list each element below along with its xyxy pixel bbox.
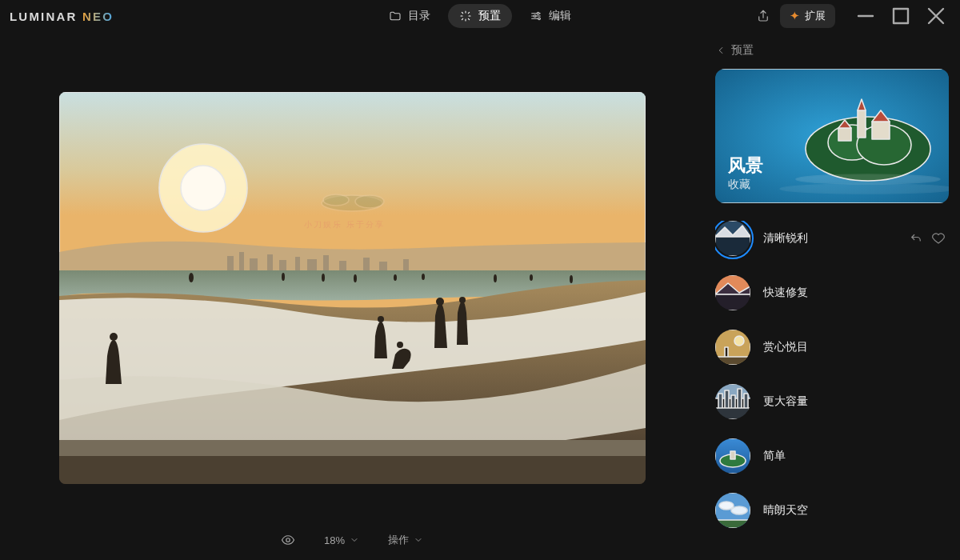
nav-presets[interactable]: 预置 (448, 4, 512, 28)
svg-point-38 (286, 538, 290, 542)
share-icon[interactable] (756, 9, 770, 23)
svg-point-6 (181, 166, 226, 210)
svg-point-25 (459, 297, 466, 303)
puzzle-icon: ✦ (790, 9, 800, 23)
hero-subtitle: 收藏 (728, 178, 763, 192)
preset-hero[interactable]: 风景 收藏 (715, 69, 949, 203)
svg-point-49 (796, 174, 940, 184)
svg-point-27 (282, 273, 285, 281)
svg-rect-10 (267, 254, 273, 270)
window-maximize[interactable] (886, 5, 915, 27)
svg-rect-12 (295, 257, 300, 270)
preset-name: 清晰锐利 (763, 231, 896, 246)
svg-point-2 (538, 18, 541, 20)
svg-rect-60 (715, 357, 750, 365)
image-canvas[interactable] (59, 92, 646, 484)
svg-point-73 (731, 506, 747, 514)
svg-rect-56 (715, 294, 750, 310)
viewer: 小刀娱乐 乐于分享 18% 操作 (0, 32, 704, 560)
svg-point-32 (494, 274, 497, 282)
preset-list: 清晰锐利快速修复赏心悦目更大容量简单晴朗天空 (715, 221, 949, 560)
viewer-footer: 18% 操作 (24, 520, 680, 560)
nav-edit[interactable]: 编辑 (518, 4, 582, 28)
window-close[interactable] (922, 5, 950, 27)
svg-point-30 (394, 274, 397, 281)
svg-rect-11 (279, 260, 286, 270)
preset-thumb (715, 493, 750, 528)
preset-item[interactable]: 快速修复 (715, 275, 946, 310)
svg-point-33 (530, 274, 533, 281)
visibility-toggle[interactable] (281, 533, 295, 547)
svg-rect-70 (730, 451, 735, 459)
svg-rect-20 (59, 440, 646, 456)
extensions-button[interactable]: ✦ 扩展 (780, 4, 835, 28)
svg-rect-14 (323, 255, 329, 270)
svg-rect-65 (738, 389, 742, 410)
svg-point-21 (110, 333, 118, 341)
hero-title: 风景 (728, 154, 763, 178)
extensions-label: 扩展 (805, 9, 826, 23)
chevron-left-icon (715, 45, 726, 56)
preset-name: 简单 (763, 449, 946, 463)
svg-rect-7 (227, 256, 234, 270)
svg-point-1 (534, 15, 536, 18)
svg-rect-67 (715, 408, 750, 419)
svg-point-22 (378, 316, 384, 322)
sidebar-back[interactable]: 预置 (715, 43, 949, 58)
svg-point-24 (436, 298, 444, 306)
undo-icon[interactable] (909, 231, 923, 246)
svg-rect-15 (339, 261, 346, 270)
preset-thumb (715, 438, 750, 474)
svg-rect-9 (250, 258, 258, 270)
svg-rect-47 (838, 128, 851, 141)
sidebar: 预置 (704, 32, 960, 560)
svg-rect-16 (363, 258, 370, 270)
preset-item[interactable]: 更大容量 (715, 384, 946, 419)
preset-item[interactable]: 晴朗天空 (715, 493, 946, 528)
zoom-dropdown[interactable]: 18% (324, 534, 359, 546)
preset-name: 快速修复 (763, 286, 946, 300)
svg-rect-45 (872, 122, 890, 139)
svg-point-26 (189, 273, 194, 282)
svg-rect-62 (718, 394, 722, 410)
preset-item[interactable]: 清晰锐利 (715, 221, 946, 256)
nav-catalog-label: 目录 (408, 9, 430, 23)
nav-catalog[interactable]: 目录 (378, 4, 442, 28)
preset-item[interactable]: 简单 (715, 438, 946, 474)
svg-point-0 (537, 12, 539, 14)
sliders-icon (530, 10, 542, 22)
preset-item[interactable]: 赏心悦目 (715, 330, 946, 365)
svg-point-23 (397, 342, 403, 348)
top-nav: 目录 预置 编辑 (378, 4, 582, 28)
sidebar-back-label: 预置 (731, 43, 754, 58)
sparkle-icon (459, 10, 472, 22)
svg-rect-74 (715, 520, 750, 528)
svg-point-58 (734, 336, 744, 346)
svg-rect-13 (307, 259, 317, 270)
svg-rect-8 (239, 252, 244, 270)
heart-icon[interactable] (931, 231, 946, 246)
preset-thumb (715, 275, 750, 310)
svg-rect-17 (379, 262, 387, 270)
svg-rect-63 (725, 390, 729, 410)
svg-point-50 (780, 184, 949, 194)
preset-name: 赏心悦目 (763, 340, 946, 354)
svg-rect-66 (744, 394, 748, 410)
svg-point-31 (422, 274, 425, 280)
preset-thumb (715, 384, 750, 419)
preset-thumb (715, 330, 750, 365)
folder-icon (389, 10, 402, 22)
svg-rect-18 (403, 259, 409, 270)
window-minimize[interactable] (851, 5, 880, 27)
titlebar: LUMINAR NEO 目录 预置 编辑 ✦ 扩展 (0, 0, 960, 32)
svg-point-28 (322, 274, 325, 282)
svg-point-34 (570, 275, 573, 283)
nav-edit-label: 编辑 (549, 9, 571, 23)
app-logo: LUMINAR NEO (10, 10, 114, 23)
preset-thumb (715, 221, 750, 256)
svg-rect-3 (894, 9, 908, 23)
preset-name: 更大容量 (763, 394, 946, 409)
preset-name: 晴朗天空 (763, 503, 946, 518)
ops-dropdown[interactable]: 操作 (388, 533, 423, 547)
svg-rect-53 (715, 237, 750, 256)
